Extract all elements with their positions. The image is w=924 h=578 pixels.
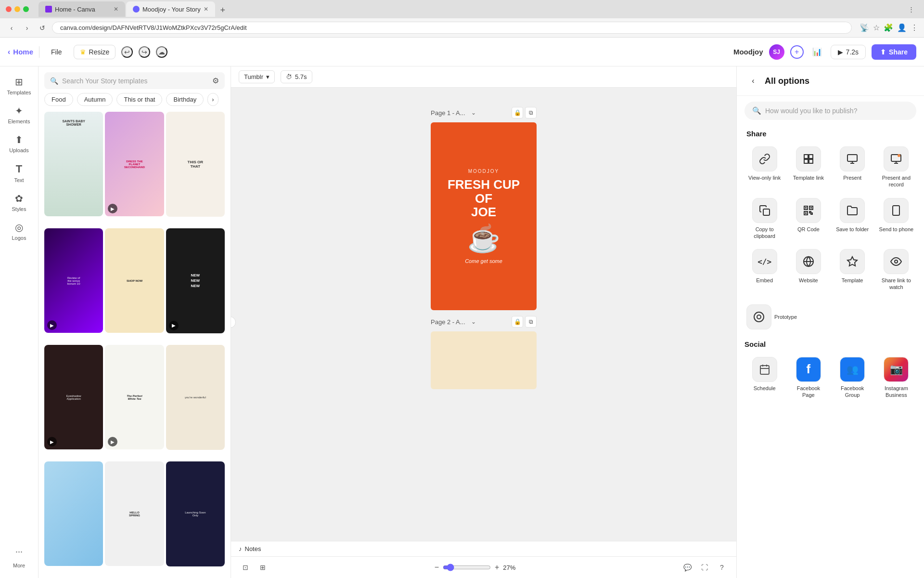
- share-button[interactable]: ⬆ Share: [872, 44, 916, 60]
- copy-clipboard-option[interactable]: Copy to clipboard: [744, 195, 784, 243]
- page-1-expand-icon[interactable]: ⌄: [471, 109, 476, 116]
- undo-button[interactable]: ↩: [121, 46, 133, 58]
- zoom-out-button[interactable]: −: [435, 563, 439, 572]
- tag-more[interactable]: ›: [207, 93, 218, 106]
- user-avatar[interactable]: SJ: [769, 44, 784, 60]
- play-preview-button[interactable]: ▶ 7.2s: [831, 45, 866, 59]
- notes-bar[interactable]: ♪ Notes: [231, 541, 736, 556]
- facebook-group-option[interactable]: 👥 Facebook Group: [833, 354, 873, 402]
- sidebar-item-more[interactable]: ··· More: [2, 539, 36, 572]
- save-button[interactable]: ☁: [156, 46, 167, 58]
- filter-icon[interactable]: ⚙: [212, 76, 219, 85]
- redo-button[interactable]: ↪: [139, 46, 150, 58]
- save-folder-option[interactable]: Save to folder: [833, 195, 873, 243]
- view-only-link-option[interactable]: View-only link: [744, 144, 784, 191]
- grid-view-button[interactable]: ⊞: [256, 561, 270, 574]
- left-sidebar: ⊞ Templates ✦ Elements ⬆ Uploads T Text …: [0, 66, 38, 578]
- sidebar-item-logos[interactable]: ◎ Logos: [2, 218, 36, 245]
- new-tab-button[interactable]: +: [216, 3, 230, 17]
- maximize-dot[interactable]: [23, 6, 29, 12]
- template-card[interactable]: HELLOSPRING: [105, 461, 164, 566]
- nav-forward-button[interactable]: ›: [21, 22, 33, 34]
- tab-moodjoy[interactable]: Moodjoy - Your Story ✕: [126, 1, 215, 17]
- extensions-icon[interactable]: 🧩: [884, 23, 893, 32]
- fit-to-screen-button[interactable]: ⊡: [239, 561, 252, 574]
- bookmark-icon[interactable]: ☆: [873, 23, 880, 32]
- tag-birthday[interactable]: Birthday: [166, 93, 204, 106]
- tab-home[interactable]: Home - Canva ✕: [38, 1, 125, 17]
- share-watch-option[interactable]: Share link to watch: [876, 246, 916, 294]
- present-option[interactable]: Present: [833, 144, 873, 191]
- facebook-group-label: Facebook Group: [834, 385, 871, 399]
- page-2-lock-button[interactable]: 🔒: [512, 316, 523, 328]
- template-card[interactable]: EyeshadowApplication ▶: [44, 345, 103, 449]
- window-extend-button[interactable]: ⋮: [904, 4, 918, 15]
- facebook-page-option[interactable]: f Facebook Page: [788, 354, 828, 402]
- tab-moodjoy-close[interactable]: ✕: [204, 6, 208, 13]
- sidebar-item-styles[interactable]: ✿ Styles: [2, 189, 36, 216]
- template-card[interactable]: Review ofthe sonusbonum 10 ▶: [44, 228, 103, 333]
- qr-code-option[interactable]: QR Code: [788, 195, 828, 243]
- help-button[interactable]: ?: [715, 561, 729, 574]
- canvas-page-1[interactable]: MOODJOY FRESH CUPOFJOE ☕ Come get some: [431, 122, 537, 310]
- platform-selector[interactable]: Tumblr ▾: [239, 70, 275, 83]
- page-1-lock-button[interactable]: 🔒: [512, 107, 523, 118]
- template-option[interactable]: Template: [833, 246, 873, 294]
- nav-back-button[interactable]: ‹: [6, 22, 17, 34]
- tag-food[interactable]: Food: [44, 93, 73, 106]
- tab-home-favicon: [45, 6, 52, 13]
- sidebar-item-uploads[interactable]: ⬆ Uploads: [2, 130, 36, 157]
- schedule-option[interactable]: Schedule: [744, 354, 784, 402]
- template-search-box[interactable]: 🔍 ⚙: [44, 72, 225, 89]
- template-card[interactable]: NEWNEWNEW ▶: [166, 228, 225, 333]
- website-option[interactable]: Website: [788, 246, 828, 294]
- present-record-option[interactable]: Present and record: [876, 144, 916, 191]
- analytics-button[interactable]: 📊: [809, 44, 825, 60]
- publish-search-box[interactable]: 🔍: [744, 102, 916, 120]
- template-search-input[interactable]: [62, 77, 208, 85]
- tag-autumn[interactable]: Autumn: [77, 93, 113, 106]
- address-bar[interactable]: canva.com/design/DAFNVetRTV8/J1WoMZtkPXc…: [52, 22, 852, 34]
- more-options-icon[interactable]: ⋮: [911, 23, 918, 32]
- zoom-slider[interactable]: [443, 564, 491, 571]
- elements-icon: ✦: [15, 105, 23, 117]
- template-label: Template: [842, 277, 863, 284]
- publish-search-input[interactable]: [765, 107, 909, 115]
- template-link-option[interactable]: Template link: [788, 144, 828, 191]
- page-2-duplicate-button[interactable]: ⧉: [525, 316, 537, 328]
- resize-button[interactable]: ♛ Resize: [74, 45, 116, 59]
- comments-button[interactable]: 💬: [680, 561, 694, 574]
- tag-this-or-that[interactable]: This or that: [116, 93, 162, 106]
- close-dot[interactable]: [6, 6, 12, 12]
- canvas-page-2[interactable]: [431, 331, 537, 389]
- home-button[interactable]: ‹ Home: [8, 48, 33, 56]
- template-card[interactable]: [44, 461, 103, 566]
- embed-option[interactable]: </> Embed: [744, 246, 784, 294]
- instagram-business-option[interactable]: 📷 Instagram Business: [876, 354, 916, 402]
- page-1-duplicate-button[interactable]: ⧉: [525, 107, 537, 118]
- template-card[interactable]: SHOP NOW: [105, 228, 164, 333]
- send-phone-option[interactable]: Send to phone: [876, 195, 916, 243]
- tab-home-close[interactable]: ✕: [114, 6, 118, 13]
- file-button[interactable]: File: [45, 45, 68, 59]
- nav-refresh-button[interactable]: ↺: [37, 22, 48, 34]
- duration-display[interactable]: ⏱ 5.7s: [281, 70, 312, 83]
- zoom-in-button[interactable]: +: [495, 563, 499, 572]
- publish-panel: ‹ All options 🔍 Share View-only link: [736, 66, 924, 578]
- page-2-expand-icon[interactable]: ⌄: [471, 318, 476, 325]
- template-card[interactable]: SAINTS BABYSHOWER: [44, 112, 103, 216]
- template-card[interactable]: you're wonderful: [166, 345, 225, 450]
- template-card[interactable]: THIS ORTHAT: [166, 112, 225, 217]
- sidebar-item-templates[interactable]: ⊞ Templates: [2, 72, 36, 99]
- template-card[interactable]: Launching SoonOnly: [166, 461, 225, 566]
- sidebar-item-elements[interactable]: ✦ Elements: [2, 101, 36, 128]
- add-collaborator-button[interactable]: +: [790, 45, 804, 59]
- panel-back-button[interactable]: ‹: [746, 74, 760, 88]
- sidebar-item-text[interactable]: T Text: [2, 159, 36, 187]
- prototype-option[interactable]: Prototype: [737, 302, 924, 332]
- minimize-dot[interactable]: [14, 6, 20, 12]
- fullscreen-button[interactable]: ⛶: [698, 561, 711, 574]
- template-card[interactable]: The PerfectWhite Tee ▶: [105, 345, 164, 449]
- profile-icon[interactable]: 👤: [897, 23, 907, 32]
- template-card[interactable]: DRESS THEPLANETSECONDHAND ▶: [105, 112, 164, 216]
